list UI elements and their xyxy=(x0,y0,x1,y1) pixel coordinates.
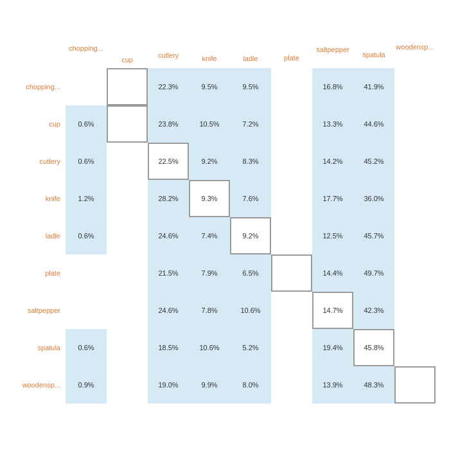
matrix-cell-r6-c1 xyxy=(107,292,148,329)
cell-value: 5.2% xyxy=(242,344,258,351)
cell-value: 41.9% xyxy=(364,83,383,91)
matrix-cell-r7-c5 xyxy=(271,329,312,366)
matrix-cell-r6-c8 xyxy=(394,292,436,329)
cell-value: 13.9% xyxy=(322,381,342,389)
column-headers: chopping...cupcutleryknifeladleplatesalt… xyxy=(66,23,436,68)
matrix-cell-r4-c8 xyxy=(394,217,436,254)
col-header-text-0: chopping... xyxy=(69,44,103,52)
cell-value: 9.9% xyxy=(201,381,217,389)
row-header-8: woodensp... xyxy=(14,381,66,389)
table-row: spatula0.6%18.5%10.6%5.2%19.4%45.8% xyxy=(14,329,436,366)
col-header-text-8: woodensp... xyxy=(396,42,434,50)
matrix-cell-r0-c0 xyxy=(66,68,107,105)
matrix-cell-r4-c7: 45.7% xyxy=(353,217,394,254)
cell-value: 7.6% xyxy=(242,195,258,202)
cell-value: 10.5% xyxy=(199,120,219,128)
cell-value: 0.6% xyxy=(78,344,94,351)
cell-value: 7.9% xyxy=(201,269,217,277)
matrix-cell-r8-c4: 8.0% xyxy=(230,366,271,404)
matrix-cell-r4-c3: 7.4% xyxy=(189,217,230,254)
matrix-cell-r3-c7: 36.0% xyxy=(353,180,394,217)
matrix-cell-r2-c0: 0.6% xyxy=(66,143,107,180)
col-header-8: woodensp... xyxy=(394,23,436,68)
cell-value: 7.2% xyxy=(242,120,258,128)
row-header-5: plate xyxy=(14,269,66,277)
row-header-4: ladle xyxy=(14,232,66,240)
matrix-cell-r8-c8 xyxy=(394,366,436,404)
cell-value: 0.9% xyxy=(78,381,94,389)
matrix-cell-r7-c0: 0.6% xyxy=(66,329,107,366)
cell-value: 13.3% xyxy=(322,120,342,128)
matrix-cell-r2-c7: 45.2% xyxy=(353,143,394,180)
cell-value: 44.6% xyxy=(364,120,383,128)
confusion-matrix-container: chopping...cupcutleryknifeladleplatesalt… xyxy=(10,23,466,404)
matrix-cell-r1-c3: 10.5% xyxy=(189,105,230,143)
cell-value: 0.6% xyxy=(78,120,94,128)
col-header-5: plate xyxy=(271,23,312,68)
col-header-6: saltpepper xyxy=(312,23,353,68)
cell-value: 42.3% xyxy=(364,307,383,314)
cell-value: 45.7% xyxy=(364,232,383,240)
matrix-cell-r1-c6: 13.3% xyxy=(312,105,353,143)
matrix-cell-r0-c5 xyxy=(271,68,312,105)
cell-value: 49.7% xyxy=(364,269,383,277)
matrix-cell-r5-c0 xyxy=(66,254,107,292)
matrix-cell-r1-c5 xyxy=(271,105,312,143)
col-header-text-6: saltpepper xyxy=(316,45,349,53)
table-row: ladle0.6%24.6%7.4%9.2%12.5%45.7% xyxy=(14,217,436,254)
cell-value: 28.2% xyxy=(158,195,178,202)
col-header-7: spatula xyxy=(353,23,394,68)
matrix-cell-r1-c0: 0.6% xyxy=(66,105,107,143)
cell-value: 1.2% xyxy=(78,195,94,202)
matrix-cell-r3-c8 xyxy=(394,180,436,217)
matrix-cell-r5-c3: 7.9% xyxy=(189,254,230,292)
cell-value: 14.4% xyxy=(322,269,342,277)
matrix-cell-r4-c0: 0.6% xyxy=(66,217,107,254)
matrix-cell-r5-c7: 49.7% xyxy=(353,254,394,292)
col-header-1: cup xyxy=(107,23,148,68)
col-header-text-1: cup xyxy=(121,56,133,64)
cell-value: 45.8% xyxy=(364,344,383,351)
row-header-3: knife xyxy=(14,195,66,202)
col-header-text-7: spatula xyxy=(362,50,385,58)
cell-value: 21.5% xyxy=(158,269,178,277)
cell-value: 14.7% xyxy=(322,307,342,314)
cell-value: 19.0% xyxy=(158,381,178,389)
matrix-cell-r5-c1 xyxy=(107,254,148,292)
cell-value: 16.8% xyxy=(322,83,342,91)
table-row: cutlery0.6%22.5%9.2%8.3%14.2%45.2% xyxy=(14,143,436,180)
cell-value: 36.0% xyxy=(364,195,383,202)
table-row: woodensp...0.9%19.0%9.9%8.0%13.9%48.3% xyxy=(14,366,436,404)
cell-value: 14.2% xyxy=(322,157,342,165)
matrix-cell-r2-c1 xyxy=(107,143,148,180)
cell-value: 7.4% xyxy=(201,232,217,240)
cell-value: 9.5% xyxy=(242,83,258,91)
matrix-cell-r4-c4: 9.2% xyxy=(230,217,271,254)
matrix-cell-r5-c2: 21.5% xyxy=(148,254,189,292)
matrix-cell-r1-c7: 44.6% xyxy=(353,105,394,143)
matrix-cell-r2-c6: 14.2% xyxy=(312,143,353,180)
matrix-cell-r0-c1 xyxy=(107,68,148,105)
matrix-cell-r8-c0: 0.9% xyxy=(66,366,107,404)
cell-value: 9.2% xyxy=(201,157,217,165)
cell-value: 45.2% xyxy=(364,157,383,165)
row-header-2: cutlery xyxy=(14,157,66,165)
row-header-7: spatula xyxy=(14,344,66,351)
matrix-cell-r3-c6: 17.7% xyxy=(312,180,353,217)
cell-value: 19.4% xyxy=(322,344,342,351)
matrix-cell-r1-c2: 23.8% xyxy=(148,105,189,143)
matrix-cell-r8-c3: 9.9% xyxy=(189,366,230,404)
matrix-cell-r7-c1 xyxy=(107,329,148,366)
col-header-text-5: plate xyxy=(284,54,299,62)
cell-value: 10.6% xyxy=(199,344,219,351)
cell-value: 48.3% xyxy=(364,381,383,389)
matrix-cell-r1-c8 xyxy=(394,105,436,143)
matrix-cell-r5-c8 xyxy=(394,254,436,292)
matrix-cell-r7-c3: 10.6% xyxy=(189,329,230,366)
cell-value: 9.5% xyxy=(201,83,217,91)
matrix-cell-r2-c8 xyxy=(394,143,436,180)
cell-value: 12.5% xyxy=(322,232,342,240)
table-row: cup0.6%23.8%10.5%7.2%13.3%44.6% xyxy=(14,105,436,143)
matrix-cell-r0-c4: 9.5% xyxy=(230,68,271,105)
matrix-cell-r6-c7: 42.3% xyxy=(353,292,394,329)
